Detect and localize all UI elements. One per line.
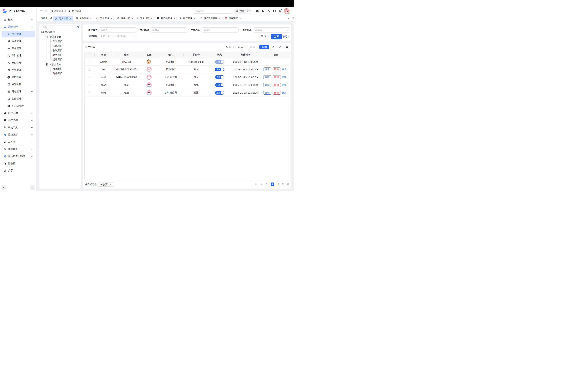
svg-text:DEV: DEV <box>8 91 10 92</box>
svg-text:redis: redis <box>225 19 227 20</box>
